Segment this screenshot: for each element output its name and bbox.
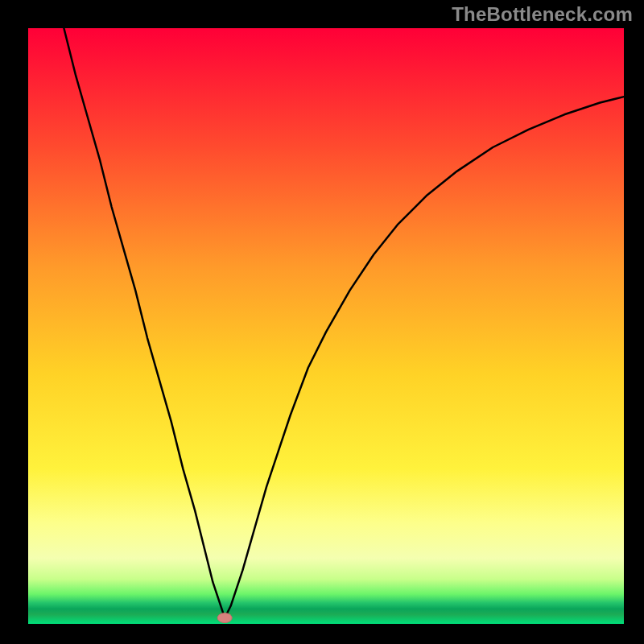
minimum-marker [217,613,232,623]
plot-area [28,28,624,624]
watermark-text: TheBottleneck.com [452,3,633,26]
chart-frame: { "watermark": "TheBottleneck.com", "col… [0,0,644,644]
bottleneck-chart [0,0,644,644]
